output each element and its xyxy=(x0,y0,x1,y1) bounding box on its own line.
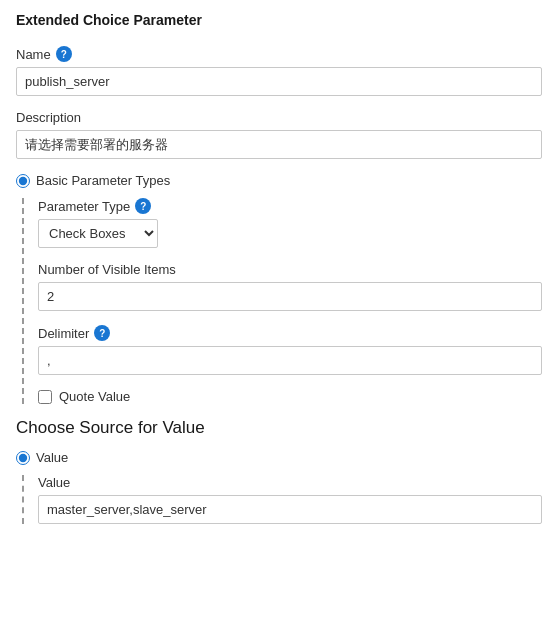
name-help-icon[interactable]: ? xyxy=(56,46,72,62)
basic-parameter-radio[interactable] xyxy=(16,174,30,188)
visible-items-field-group: Number of Visible Items xyxy=(38,262,542,311)
value-source-radio-group: Value xyxy=(16,450,542,465)
quote-value-checkbox[interactable] xyxy=(38,390,52,404)
visible-items-label: Number of Visible Items xyxy=(38,262,542,277)
value-source-radio[interactable] xyxy=(16,451,30,465)
page-container: Extended Choice Parameter Name ? Descrip… xyxy=(0,0,558,550)
value-input[interactable] xyxy=(38,495,542,524)
basic-parameter-section: Parameter Type ? Check Boxes Radio Butto… xyxy=(22,198,542,404)
delimiter-field-group: Delimiter ? xyxy=(38,325,542,375)
value-source-label: Value xyxy=(36,450,68,465)
parameter-type-label: Parameter Type ? xyxy=(38,198,542,214)
basic-parameter-radio-group: Basic Parameter Types xyxy=(16,173,542,188)
parameter-type-select[interactable]: Check Boxes Radio Buttons Single Select … xyxy=(38,219,158,248)
quote-value-row: Quote Value xyxy=(38,389,542,404)
description-input[interactable] xyxy=(16,130,542,159)
choose-source-heading: Choose Source for Value xyxy=(16,418,542,438)
name-field-group: Name ? xyxy=(16,46,542,96)
basic-parameter-label: Basic Parameter Types xyxy=(36,173,170,188)
description-field-group: Description xyxy=(16,110,542,159)
parameter-type-field-group: Parameter Type ? Check Boxes Radio Butto… xyxy=(38,198,542,248)
name-label: Name ? xyxy=(16,46,542,62)
page-title: Extended Choice Parameter xyxy=(16,12,542,32)
description-label: Description xyxy=(16,110,542,125)
value-field-label: Value xyxy=(38,475,542,490)
delimiter-help-icon[interactable]: ? xyxy=(94,325,110,341)
name-input[interactable] xyxy=(16,67,542,96)
visible-items-input[interactable] xyxy=(38,282,542,311)
value-field-group: Value xyxy=(38,475,542,524)
value-source-section: Value xyxy=(22,475,542,524)
delimiter-input[interactable] xyxy=(38,346,542,375)
quote-value-label: Quote Value xyxy=(59,389,130,404)
delimiter-label: Delimiter ? xyxy=(38,325,542,341)
parameter-type-help-icon[interactable]: ? xyxy=(135,198,151,214)
